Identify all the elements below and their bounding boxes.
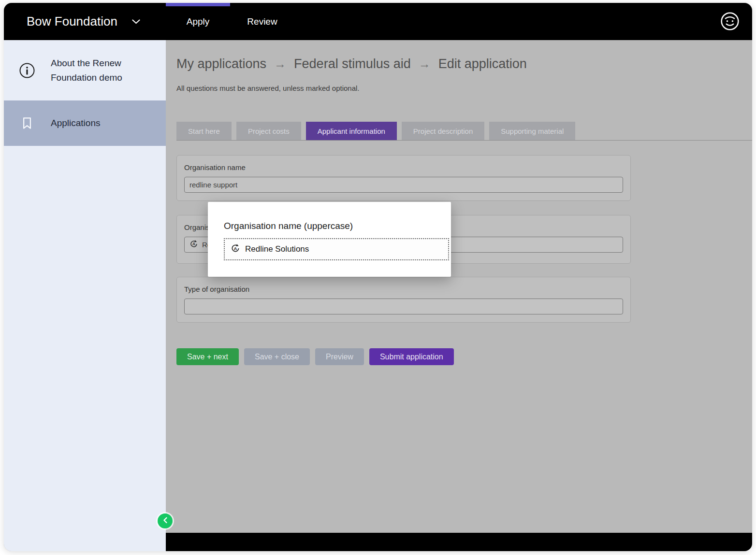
sidebar-item-about[interactable]: About the Renew Foundation demo: [4, 40, 166, 100]
submit-application-button[interactable]: Submit application: [369, 348, 454, 365]
save-next-button[interactable]: Save + next: [176, 348, 239, 365]
auto-uppercase-icon: A: [231, 243, 240, 256]
auto-uppercase-icon: A: [189, 240, 198, 250]
chevron-down-icon: [132, 17, 140, 26]
instructions-note: All questions must be answered, unless m…: [176, 84, 752, 92]
bookmark-icon: [19, 116, 35, 130]
popup-uppercase-input[interactable]: A Redline Solutions: [224, 238, 449, 260]
breadcrumb-my-applications[interactable]: My applications: [176, 57, 266, 71]
popup-title: Organisation name (uppercase): [224, 220, 451, 232]
app-window: Bow Foundation Apply Review: [4, 3, 752, 551]
sidebar-item-label: Applications: [51, 116, 100, 130]
tab-supporting-material[interactable]: Supporting material: [489, 122, 575, 140]
nav-tab-review[interactable]: Review: [230, 3, 294, 40]
field-type-of-organisation: Type of organisation: [176, 277, 631, 323]
tab-project-costs[interactable]: Project costs: [236, 122, 301, 140]
sidebar-item-label: About the Renew Foundation demo: [51, 56, 140, 85]
top-navigation: Apply Review: [166, 3, 294, 40]
section-tabs: Start here Project costs Applicant infor…: [176, 122, 752, 141]
input-value: redline support: [189, 181, 237, 189]
topbar: Bow Foundation Apply Review: [4, 3, 752, 40]
bottom-bar: [166, 533, 752, 551]
breadcrumb-arrow-icon: →: [274, 57, 286, 71]
organisation-name-input[interactable]: redline support: [184, 177, 623, 193]
breadcrumb-federal-stimulus-aid[interactable]: Federal stimulus aid: [294, 57, 411, 71]
account-button[interactable]: [720, 11, 740, 31]
face-icon: [720, 25, 740, 33]
nav-tab-apply[interactable]: Apply: [166, 3, 230, 40]
type-of-organisation-input[interactable]: [184, 299, 623, 314]
preview-button[interactable]: Preview: [315, 348, 364, 365]
nav-tab-label: Apply: [187, 16, 210, 27]
sidebar: About the Renew Foundation demo Applicat…: [4, 40, 166, 551]
svg-text:A: A: [192, 242, 195, 246]
brand-name: Bow Foundation: [27, 14, 117, 29]
sidebar-item-applications[interactable]: Applications: [4, 100, 166, 146]
tab-start-here[interactable]: Start here: [176, 122, 232, 140]
breadcrumb-arrow-icon: →: [419, 57, 431, 71]
action-buttons: Save + next Save + close Preview Submit …: [176, 348, 752, 365]
field-label: Type of organisation: [184, 285, 623, 294]
collapse-sidebar-button[interactable]: [158, 513, 173, 528]
tab-project-description[interactable]: Project description: [402, 122, 484, 140]
breadcrumb-edit-application: Edit application: [438, 57, 527, 71]
main-content: My applications → Federal stimulus aid →…: [166, 40, 752, 533]
field-spotlight-popup: Organisation name (uppercase) A Redline …: [208, 202, 451, 277]
save-close-button[interactable]: Save + close: [244, 348, 310, 365]
main-area: My applications → Federal stimulus aid →…: [166, 40, 752, 551]
info-icon: [19, 62, 35, 79]
svg-text:A: A: [234, 245, 237, 251]
active-tab-indicator: [166, 3, 230, 6]
popup-input-value: Redline Solutions: [245, 244, 309, 254]
tab-applicant-information[interactable]: Applicant information: [306, 122, 397, 140]
field-label: Organisation name: [184, 163, 623, 172]
field-organisation-name: Organisation name redline support: [176, 155, 631, 201]
breadcrumb: My applications → Federal stimulus aid →…: [176, 57, 752, 71]
foundation-switcher[interactable]: Bow Foundation: [27, 3, 140, 40]
nav-tab-label: Review: [247, 16, 277, 27]
chevron-left-icon: [162, 517, 168, 526]
